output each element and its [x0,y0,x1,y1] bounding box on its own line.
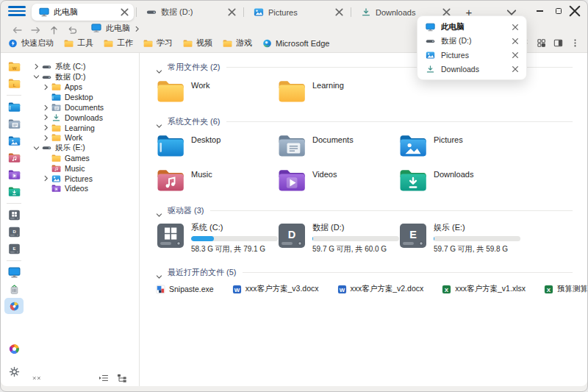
tab-Pictures[interactable]: Pictures [246,4,348,21]
tab-close-icon[interactable] [334,7,345,18]
toolbar-item-游戏[interactable]: 游戏 [223,38,252,49]
rail-item-drive-e-icon[interactable]: E [4,240,24,257]
chevron-right-icon[interactable] [43,114,49,121]
hamburger-menu-icon[interactable] [8,4,26,18]
rail-item-music-folder-icon[interactable] [4,149,24,165]
chevron-right-icon[interactable] [43,104,49,111]
tree-item-Music[interactable]: Music [30,163,139,174]
tree-item-Apps[interactable]: Apps [30,82,139,93]
minimize-button[interactable] [530,4,549,18]
tab-close-icon[interactable] [511,23,520,32]
undo-icon[interactable] [67,24,78,33]
tree-item-Downloads[interactable]: Downloads [30,113,139,123]
tree-view-icon[interactable] [117,372,127,381]
chevron-down-icon [156,207,162,213]
up-icon[interactable] [49,24,60,33]
chevron-down-icon[interactable] [33,74,40,80]
chevron-right-icon[interactable] [43,84,49,90]
folder-item-Desktop[interactable]: Desktop [156,133,277,158]
tab-close-icon[interactable] [511,65,520,74]
svg-text:D: D [288,229,295,240]
close-window-button[interactable] [568,7,581,15]
chevron-right-icon[interactable] [33,63,40,70]
folder-item-Learning[interactable]: Learning [277,79,398,104]
rail-item-computer-icon[interactable] [4,264,24,280]
rail-item-desktop-folder-icon[interactable] [4,99,24,115]
tab-此电脑[interactable]: 此电脑 [32,4,134,21]
chevron-right-icon[interactable] [43,124,49,131]
tree-item-Documents[interactable]: Documents [30,102,139,113]
toolbar-item-Microsoft Edge[interactable]: Microsoft Edge [262,39,329,48]
tree-item-Learning[interactable]: Learning [30,123,139,133]
folder-item-Videos[interactable]: Videos [277,168,398,193]
tree-item-系统 (C:)[interactable]: 系统 (C:) [30,62,139,72]
folder-item-Documents[interactable]: Documents [277,133,398,158]
rail-item-learning-folder-icon[interactable]: L [4,75,24,91]
section-header-drives[interactable]: 驱动器 (3) [156,205,573,215]
rail-item-videos-folder-icon[interactable] [4,166,24,182]
tree-item-Pictures[interactable]: Pictures [30,174,139,184]
toolbar-item-工作[interactable]: 工作 [104,38,133,49]
rail-item-documents-folder-icon[interactable] [4,115,24,132]
collapse-all-icon[interactable] [32,372,42,381]
rail-item-work-folder-icon[interactable]: W [4,58,24,74]
recent-file-Snipaste.exe[interactable]: Snipaste.exe [156,285,214,294]
drive-capacity-text: 59.7 G 可用, 共 59.8 G [434,244,520,254]
drive-item-数据 (D:)[interactable]: D 数据 (D:) 59.7 G 可用, 共 60.0 G [277,222,398,254]
tab-overflow-item[interactable]: 此电脑 [417,20,526,34]
folder-icon [277,79,306,104]
folder-item-Pictures[interactable]: Pictures [398,133,520,158]
recent-file-xxx客户方案_v1.xlsx[interactable]: X xxx客户方案_v1.xlsx [442,284,526,294]
more-options-icon[interactable] [570,38,580,48]
drive-item-娱乐 (E:)[interactable]: E 娱乐 (E:) 59.7 G 可用, 共 59.8 G [398,222,520,254]
folder-item-Music[interactable]: Music [156,168,277,193]
tree-item-Games[interactable]: Games [30,153,139,163]
rail-item-settings-gear-icon[interactable] [4,363,24,379]
tab-数据 (D:)[interactable]: 数据 (D:) [139,4,241,21]
tree-item-Videos[interactable]: Videos [30,184,139,194]
chevron-down-icon[interactable] [33,145,40,152]
folder-item-Work[interactable]: Work [156,79,277,104]
section-header-system[interactable]: 系统文件夹 (6) [156,116,573,126]
rail-item-recycle-bin-icon[interactable] [4,281,24,297]
section-header-recent[interactable]: 最近打开的文件 (5) [156,267,573,277]
recent-file-xxx客户方案_v2.docx[interactable]: W xxx客户方案_v2.docx [337,284,424,294]
drive-item-系统 (C:)[interactable]: 系统 (C:) 58.3 G 可用, 共 79.1 G [156,222,277,254]
tree-item-娱乐 (E:)[interactable]: 娱乐 (E:) [30,143,139,153]
tree-item-Work[interactable]: Work [30,133,139,143]
back-icon[interactable] [12,24,23,33]
indent-list-icon[interactable] [98,372,109,381]
rail-item-active-app-icon[interactable] [4,298,24,314]
tab-close-icon[interactable] [119,7,130,18]
toolbar-item-学习[interactable]: 学习 [143,38,173,49]
chevron-right-icon[interactable] [43,175,49,182]
forward-icon[interactable] [30,24,41,33]
tree-item-label: Work [65,133,82,142]
breadcrumb[interactable]: 此电脑 [91,23,140,34]
view-grid-icon[interactable] [537,38,546,48]
tab-close-icon[interactable] [226,7,237,18]
recent-file-预算测算表.xlsx[interactable]: X 预算测算表.xlsx [544,284,587,294]
rail-item-color-wheel-icon[interactable] [4,341,24,357]
toolbar-item-工具[interactable]: 工具 [64,38,93,49]
maximize-button[interactable] [549,4,568,18]
rail-item-pictures-folder-icon[interactable] [4,132,24,149]
tab-overflow-item[interactable]: Downloads [417,62,526,76]
tab-close-icon[interactable] [511,37,520,46]
tab-close-icon[interactable] [511,51,520,60]
rail-item-downloads-folder-icon[interactable] [4,183,24,199]
recent-file-xxx客户方案_v3.docx[interactable]: W xxx客户方案_v3.docx [232,284,319,294]
tab-overflow-item[interactable]: Pictures [417,48,526,62]
toolbar-item-快速启动[interactable]: 快速启动 [8,38,54,49]
active-app-icon [8,301,21,312]
tree-item-Desktop[interactable]: Desktop [30,92,139,102]
folder-item-Downloads[interactable]: Downloads [398,168,520,193]
recycle-bin-icon [8,284,21,295]
chevron-right-icon[interactable] [43,135,49,141]
rail-item-drive-c-icon[interactable] [4,207,24,223]
rail-item-drive-d-icon[interactable]: D [4,224,24,240]
tree-item-数据 (D:)[interactable]: 数据 (D:) [30,72,139,82]
toolbar-item-视频[interactable]: 视频 [183,38,212,49]
tab-overflow-item[interactable]: 数据 (D:) [417,34,526,48]
preview-pane-icon[interactable] [553,38,563,48]
